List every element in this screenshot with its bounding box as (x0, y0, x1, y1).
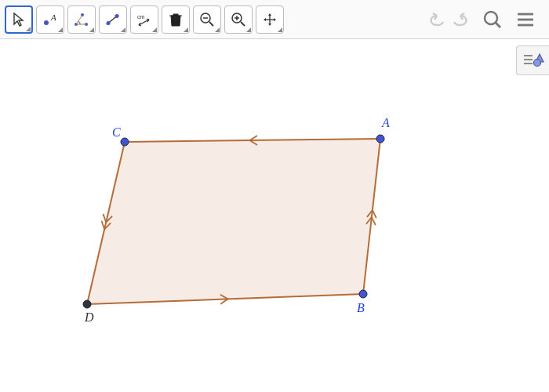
redo-icon (449, 11, 470, 28)
geometry-canvas[interactable]: ABCD (0, 39, 549, 392)
angle-icon (73, 12, 90, 27)
svg-point-6 (107, 21, 111, 25)
svg-point-0 (44, 20, 49, 25)
svg-line-9 (139, 20, 149, 25)
redo-button[interactable] (447, 7, 472, 32)
tool-delete[interactable] (162, 5, 190, 34)
point-C[interactable] (121, 138, 129, 146)
svg-point-7 (115, 14, 119, 18)
cursor-icon (11, 12, 27, 27)
zoom-out-icon (199, 12, 215, 27)
label-B[interactable]: B (357, 301, 365, 314)
label-A[interactable]: A (381, 116, 390, 129)
trash-icon (169, 12, 183, 27)
tool-measure[interactable]: cm (130, 5, 158, 34)
line-icon (104, 12, 122, 27)
pan-icon (262, 12, 278, 27)
tool-angle[interactable] (67, 5, 96, 34)
label-C[interactable]: C (112, 125, 121, 139)
parallelogram-fill[interactable] (87, 139, 380, 304)
tool-zoom-out[interactable] (193, 5, 221, 34)
measure-icon: cm (136, 12, 153, 27)
right-controls (425, 7, 544, 32)
undo-icon (427, 11, 448, 28)
tool-move[interactable] (5, 5, 33, 34)
search-button[interactable] (480, 7, 505, 32)
tool-line[interactable] (99, 5, 127, 34)
point-a-icon: A (42, 12, 59, 27)
svg-text:A: A (50, 13, 56, 22)
point-A[interactable] (376, 135, 384, 143)
svg-line-16 (241, 22, 245, 26)
svg-line-12 (209, 22, 213, 26)
tool-pan[interactable] (256, 5, 284, 34)
point-B[interactable] (359, 290, 367, 298)
hamburger-icon (515, 9, 536, 30)
menu-button[interactable] (513, 7, 538, 32)
label-D[interactable]: D (84, 310, 94, 324)
tool-zoom-in[interactable] (224, 5, 253, 34)
toolbar: A cm (0, 0, 549, 39)
zoom-in-icon (231, 12, 246, 27)
svg-text:cm: cm (137, 14, 145, 20)
tool-point[interactable]: A (36, 5, 64, 34)
svg-line-20 (496, 23, 500, 27)
search-icon (482, 9, 503, 30)
svg-point-19 (485, 12, 497, 24)
point-D[interactable] (83, 300, 91, 308)
